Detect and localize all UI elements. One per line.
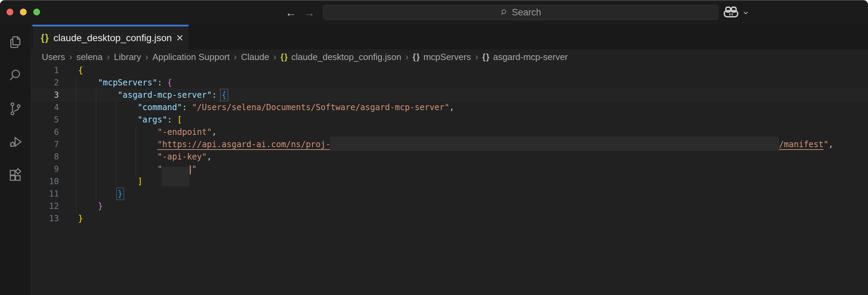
chevron-down-icon: [742, 9, 749, 16]
tab-bar: {} claude_desktop_config.json ✕: [0, 25, 868, 49]
breadcrumb-item[interactable]: Library: [114, 52, 141, 62]
breadcrumb-separator: ›: [230, 52, 241, 62]
sidebar-item-extensions[interactable]: [0, 164, 31, 186]
title-bar: ← → Search: [0, 1, 868, 25]
breadcrumb-item[interactable]: {}mcpServers: [413, 52, 471, 62]
symbol-braces-icon: {}: [281, 52, 288, 62]
line-number: 4: [31, 101, 59, 114]
breadcrumb-label: Library: [114, 52, 141, 62]
line-number: 9: [31, 163, 59, 175]
activity-bar: [0, 25, 31, 295]
indent-guide: [116, 101, 116, 188]
code-text: "-endpoint",: [59, 126, 217, 138]
run-debug-icon: [8, 134, 23, 150]
breadcrumb-label: mcpServers: [423, 52, 471, 62]
line-number: 6: [31, 126, 59, 138]
line-number: 1: [31, 64, 59, 76]
sidebar-item-search[interactable]: [0, 64, 31, 86]
breadcrumb-item[interactable]: Application Support: [152, 52, 230, 62]
tab-close-button[interactable]: ✕: [176, 33, 184, 44]
code-text: }: [59, 200, 103, 212]
breadcrumb-separator: ›: [65, 52, 76, 62]
indent-guide: [136, 126, 136, 175]
breadcrumb-label: Claude: [241, 52, 269, 62]
redaction-box: [330, 137, 779, 151]
files-icon: [8, 34, 23, 50]
breadcrumb-item[interactable]: {}claude_desktop_config.json: [281, 52, 401, 62]
minimize-window-button[interactable]: [20, 9, 27, 15]
breadcrumb-label: asgard-mcp-server: [493, 52, 568, 62]
json-file-icon: {}: [41, 33, 49, 43]
code-line[interactable]: 9 "": [31, 163, 868, 175]
code-line[interactable]: 10 ]: [31, 175, 868, 188]
line-number: 7: [31, 138, 59, 151]
text-cursor: [190, 165, 191, 174]
code-line[interactable]: 3 "asgard-mcp-server": {: [31, 89, 868, 101]
forward-button[interactable]: →: [302, 1, 317, 25]
code-text: ]: [59, 175, 142, 188]
code-line[interactable]: 12 }: [31, 200, 868, 212]
redaction-box: [162, 167, 189, 186]
breadcrumb-separator: ›: [141, 52, 152, 62]
back-button[interactable]: ←: [283, 1, 298, 25]
line-number: 12: [31, 200, 59, 212]
symbol-braces-icon: {}: [413, 52, 421, 62]
code-text: "command": "/Users/selena/Documents/Soft…: [59, 101, 454, 114]
search-command-center[interactable]: Search: [323, 5, 718, 20]
code-text: "args": [: [59, 114, 182, 126]
sidebar-item-explorer[interactable]: [0, 31, 31, 53]
code-line[interactable]: 11 }: [31, 188, 868, 200]
breadcrumb-label: Application Support: [152, 52, 230, 62]
code-text: "asgard-mcp-server": {: [59, 89, 227, 101]
search-label: Search: [512, 7, 541, 18]
search-icon: [500, 8, 508, 16]
code-line[interactable]: 2 "mcpServers": {: [31, 76, 868, 89]
breadcrumb-separator: ›: [471, 52, 482, 62]
breadcrumb-item[interactable]: Users: [42, 52, 65, 62]
indent-guide: [76, 76, 76, 212]
copilot-robot-icon: [723, 6, 739, 19]
breadcrumb-item[interactable]: selena: [76, 52, 103, 62]
git-branch-icon: [8, 101, 23, 117]
code-line[interactable]: 13}: [31, 212, 868, 225]
breadcrumb-label: selena: [76, 52, 103, 62]
tab-filename: claude_desktop_config.json: [53, 33, 172, 44]
breadcrumb-separator: ›: [269, 52, 281, 62]
breadcrumb-separator: ›: [103, 52, 114, 62]
line-number: 10: [31, 175, 59, 188]
code-line[interactable]: 8 "-api-key",: [31, 151, 868, 163]
symbol-braces-icon: {}: [482, 52, 490, 62]
code-text: }: [59, 212, 83, 225]
breadcrumb-label: Users: [42, 52, 65, 62]
code-text: {: [59, 64, 83, 76]
indent-guide: [96, 89, 96, 200]
copilot-menu-button[interactable]: [723, 5, 749, 20]
breadcrumb-item[interactable]: Claude: [241, 52, 269, 62]
line-number: 8: [31, 151, 59, 163]
editor[interactable]: 1{2 "mcpServers": {3 "asgard-mcp-server"…: [31, 64, 868, 295]
code-text: }: [59, 188, 123, 200]
breadcrumb-item[interactable]: {}asgard-mcp-server: [482, 52, 568, 62]
line-number: 5: [31, 114, 59, 126]
line-number: 13: [31, 212, 59, 225]
search-sidebar-icon: [8, 68, 23, 83]
extensions-icon: [8, 167, 23, 183]
sidebar-item-source-control[interactable]: [0, 98, 31, 120]
sidebar-item-run-debug[interactable]: [0, 131, 31, 153]
breadcrumb: Users›selena›Library›Application Support…: [31, 49, 868, 64]
breadcrumb-label: claude_desktop_config.json: [292, 52, 401, 62]
zoom-window-button[interactable]: [33, 9, 40, 15]
vscode-window: ← → Search: [0, 0, 868, 295]
close-window-button[interactable]: [7, 9, 13, 15]
line-number: 11: [31, 188, 59, 200]
code-line[interactable]: 4 "command": "/Users/selena/Documents/So…: [31, 101, 868, 114]
breadcrumb-separator: ›: [401, 52, 413, 62]
line-number: 3: [31, 89, 59, 101]
editor-content: 1{2 "mcpServers": {3 "asgard-mcp-server"…: [31, 64, 868, 225]
code-line[interactable]: 1{: [31, 64, 868, 76]
tab-claude-desktop-config[interactable]: {} claude_desktop_config.json ✕: [32, 25, 189, 49]
line-number: 2: [31, 76, 59, 89]
code-line[interactable]: 5 "args": [: [31, 114, 868, 126]
